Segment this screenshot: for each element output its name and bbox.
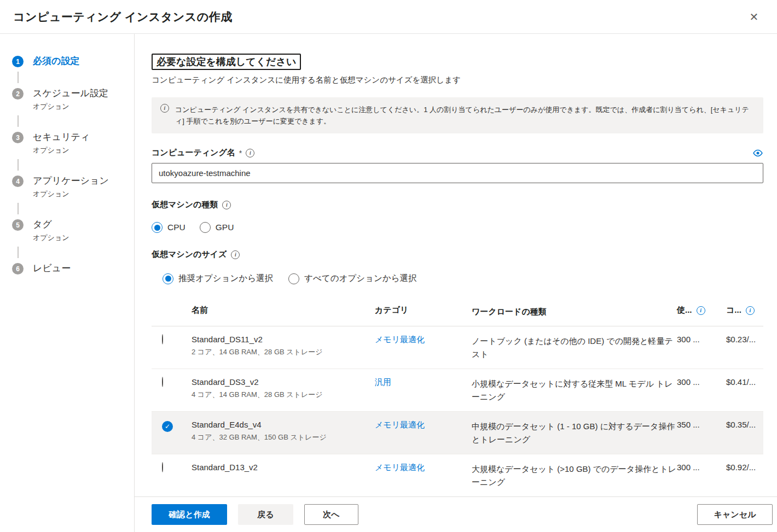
step-number-badge: 4: [12, 176, 24, 187]
vm-size-spec: 4 コア、14 GB RAM、28 GB ストレージ: [192, 390, 375, 400]
table-row-selected[interactable]: ✓ Standard_E4ds_v4 4 コア、32 GB RAM、150 GB…: [152, 412, 763, 454]
vm-size-spec: 4 コア、32 GB RAM、150 GB ストレージ: [192, 432, 375, 442]
vm-type-cpu-radio[interactable]: CPU: [152, 222, 185, 233]
dialog-title: コンピューティング インスタンスの作成: [13, 9, 233, 25]
radio-label: すべてのオプションから選択: [304, 273, 417, 284]
vm-cost: $0.23/...: [726, 335, 769, 344]
step-number-badge: 1: [12, 56, 24, 67]
info-icon[interactable]: i: [231, 250, 240, 259]
vm-size-spec: 2 コア、14 GB RAM、28 GB ストレージ: [192, 347, 375, 357]
row-radio-unselected[interactable]: [162, 377, 163, 387]
vm-workload: 大規模なデータセット (>10 GB) でのデータ操作とトレーニング: [472, 463, 677, 489]
step-connector: [18, 203, 19, 214]
info-icon[interactable]: i: [697, 306, 705, 315]
vm-type-label: 仮想マシンの種類: [152, 200, 218, 210]
column-header-quota: 使...: [677, 305, 692, 315]
table-row[interactable]: Standard_DS3_v2 4 コア、14 GB RAM、28 GB ストレ…: [152, 369, 763, 412]
compute-name-label: コンピューティング名: [152, 148, 235, 158]
step-label: 必須の設定: [33, 55, 79, 68]
step-connector: [18, 115, 19, 127]
step-number-badge: 5: [12, 219, 24, 231]
table-row[interactable]: Standard_DS11_v2 2 コア、14 GB RAM、28 GB スト…: [152, 326, 763, 369]
row-radio-unselected[interactable]: [162, 462, 163, 472]
vm-size-name: Standard_DS3_v2: [192, 377, 375, 387]
dialog-titlebar: コンピューティング インスタンスの作成 ✕: [0, 0, 777, 34]
step-schedule[interactable]: 2 スケジュール設定 オプション: [12, 87, 134, 112]
radio-selected-icon: [152, 222, 163, 233]
column-header-category: カテゴリ: [375, 305, 472, 315]
step-security[interactable]: 3 セキュリティ オプション: [12, 131, 134, 155]
vm-category-link[interactable]: メモリ最適化: [375, 420, 425, 429]
step-review[interactable]: 6 レビュー: [12, 262, 134, 275]
step-connector: [18, 159, 19, 171]
step-tags[interactable]: 5 タグ オプション: [12, 218, 134, 243]
step-label: スケジュール設定: [33, 87, 108, 100]
next-button[interactable]: 次へ: [304, 504, 358, 525]
step-applications[interactable]: 4 アプリケーション オプション: [12, 174, 134, 199]
step-optional-label: オプション: [33, 189, 109, 199]
step-connector: [18, 72, 19, 83]
radio-label: 推奨オプションから選択: [178, 273, 273, 284]
radio-unselected-icon: [288, 273, 299, 284]
info-banner-text: コンピューティング インスタンスを共有できないことに注意してください。1 人の割…: [175, 104, 749, 127]
wizard-steps-sidebar: 1 必須の設定 2 スケジュール設定 オプション 3 セキュリティ オプション: [0, 34, 135, 532]
vm-category-link[interactable]: メモリ最適化: [375, 335, 425, 344]
info-icon[interactable]: i: [222, 201, 231, 209]
step-optional-label: オプション: [33, 145, 90, 155]
close-icon[interactable]: ✕: [745, 8, 763, 26]
vm-size-name: Standard_DS11_v2: [192, 335, 375, 344]
row-radio-unselected[interactable]: [162, 334, 163, 344]
back-button[interactable]: 戻る: [238, 504, 293, 525]
info-icon[interactable]: i: [746, 306, 755, 315]
step-number-badge: 2: [12, 88, 24, 100]
table-row[interactable]: Standard_D13_v2 メモリ最適化 大規模なデータセット (>10 G…: [152, 454, 763, 497]
required-asterisk: *: [239, 149, 242, 157]
radio-label: GPU: [216, 223, 234, 232]
step-label: タグ: [33, 218, 69, 231]
step-number-badge: 6: [12, 263, 24, 274]
vm-size-name: Standard_D13_v2: [192, 463, 375, 472]
eye-icon[interactable]: [752, 149, 763, 157]
main-content: 必要な設定を構成してください コンピューティング インスタンスに使用する名前と仮…: [135, 34, 777, 532]
vm-cost: $0.35/...: [726, 420, 769, 429]
step-label: セキュリティ: [33, 131, 90, 144]
page-subtitle: コンピューティング インスタンスに使用する名前と仮想マシンのサイズを選択します: [152, 75, 763, 85]
size-recommended-radio[interactable]: 推奨オプションから選択: [163, 273, 273, 284]
vm-quota: 300 ...: [677, 335, 726, 344]
radio-label: CPU: [167, 223, 185, 232]
step-label: アプリケーション: [33, 174, 109, 188]
main-pane: 必要な設定を構成してください コンピューティング インスタンスに使用する名前と仮…: [135, 34, 777, 532]
size-all-options-radio[interactable]: すべてのオプションから選択: [288, 273, 417, 284]
vm-cost: $0.92/...: [726, 463, 769, 472]
vm-quota: 300 ...: [677, 377, 726, 387]
step-optional-label: オプション: [33, 102, 108, 112]
vm-size-label: 仮想マシンのサイズ: [152, 249, 227, 260]
vm-category-link[interactable]: 汎用: [375, 377, 391, 387]
cancel-button[interactable]: キャンセル: [697, 504, 773, 525]
compute-name-input[interactable]: [152, 163, 763, 183]
vm-cost: $0.41/...: [726, 377, 769, 387]
row-selected-check-icon[interactable]: ✓: [162, 421, 173, 432]
page-title: 必要な設定を構成してください: [152, 54, 301, 70]
radio-selected-icon: [163, 273, 173, 284]
vm-quota: 350 ...: [677, 420, 726, 429]
create-compute-instance-dialog: コンピューティング インスタンスの作成 ✕ 1 必須の設定 2 スケジュール設定…: [0, 0, 777, 532]
step-required-settings[interactable]: 1 必須の設定: [12, 55, 134, 68]
info-banner: i コンピューティング インスタンスを共有できないことに注意してください。1 人…: [152, 97, 763, 133]
vm-quota: 300 ...: [677, 463, 726, 472]
step-connector: [18, 247, 19, 258]
column-header-workload: ワークロードの種類: [472, 305, 677, 318]
column-header-name: 名前: [192, 305, 375, 315]
column-header-cost: コ...: [726, 305, 741, 315]
step-optional-label: オプション: [33, 233, 69, 243]
info-icon[interactable]: i: [246, 149, 254, 157]
vm-size-name: Standard_E4ds_v4: [192, 420, 375, 429]
dialog-footer: 確認と作成 戻る 次へ キャンセル: [135, 496, 777, 532]
vm-workload: ノートブック (またはその他の IDE) での開発と軽量テスト: [472, 335, 677, 361]
step-number-badge: 3: [12, 132, 24, 143]
vm-category-link[interactable]: メモリ最適化: [375, 463, 425, 472]
info-icon: i: [160, 104, 169, 113]
review-and-create-button[interactable]: 確認と作成: [152, 504, 227, 525]
vm-workload: 中規模のデータセット (1 - 10 GB) に対するデータ操作とトレーニング: [472, 420, 677, 446]
vm-type-gpu-radio[interactable]: GPU: [200, 222, 234, 233]
